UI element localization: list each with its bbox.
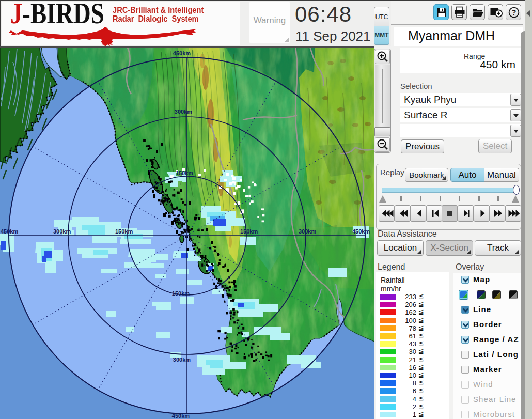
svg-text:450km: 450km: [172, 413, 190, 419]
svg-text:300km: 300km: [173, 356, 191, 363]
svg-text:450km: 450km: [173, 50, 191, 56]
svg-text:300km: 300km: [175, 108, 192, 115]
svg-text:150km: 150km: [172, 290, 190, 297]
svg-text:300km: 300km: [299, 228, 316, 235]
svg-text:450km: 450km: [1, 228, 18, 235]
svg-text:300km: 300km: [53, 228, 71, 235]
svg-text:150km: 150km: [176, 170, 193, 176]
svg-text:450km: 450km: [352, 228, 370, 235]
svg-text:150km: 150km: [115, 228, 133, 235]
svg-text:150km: 150km: [240, 228, 258, 235]
svg-text:?: ?: [512, 8, 517, 17]
